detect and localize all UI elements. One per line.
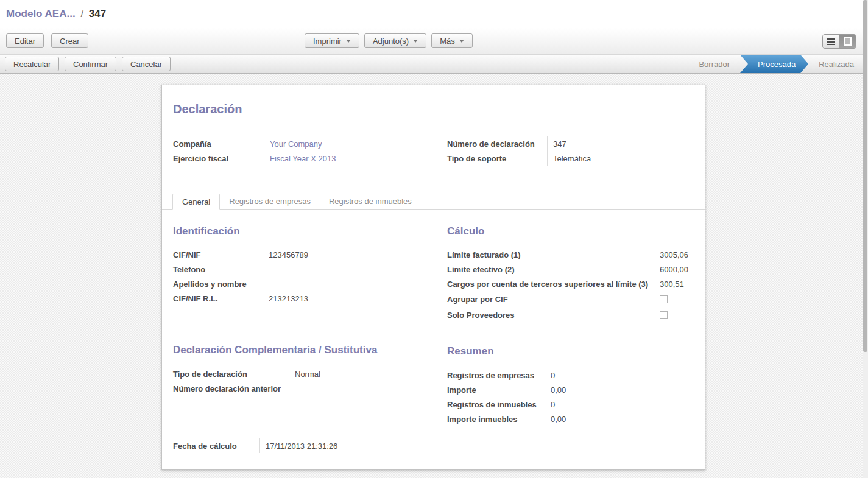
field-label: Registros de inmuebles <box>447 397 545 412</box>
field-label: Importe inmuebles <box>447 412 545 426</box>
content-area: Declaración Compañía Your Company Ejerci… <box>0 74 868 478</box>
state-borrador: Borrador <box>688 55 740 73</box>
field-label: CIF/NIF R.L. <box>173 291 263 306</box>
print-dropdown-button[interactable]: Imprimir <box>305 33 359 48</box>
breadcrumb: Modelo AEA... / 347 <box>6 8 106 20</box>
field-row: Importe inmuebles 0,00 <box>447 412 695 426</box>
fecha-calculo-value: 17/11/2013 21:31:26 <box>259 438 429 453</box>
status-bar: Recalcular Confirmar Cancelar Borrador P… <box>0 54 868 74</box>
company-link[interactable]: Your Company <box>264 136 429 151</box>
notebook-tabs: General Registros de empresas Registros … <box>162 194 705 210</box>
solo-proveedores-checkbox[interactable] <box>660 311 668 319</box>
breadcrumb-separator: / <box>76 8 89 19</box>
field-row: Apellidos y nombre <box>173 276 429 291</box>
form-icon <box>844 37 852 46</box>
numero-anterior-value <box>289 381 435 396</box>
header-fields-right: Número de declaración 347 Tipo de soport… <box>447 136 697 166</box>
field-row: Número declaración anterior <box>173 381 435 396</box>
field-row: CIF/NIF R.L. 213213213 <box>173 291 429 306</box>
cif-nif-rl-value: 213213213 <box>263 291 429 306</box>
page-title: Declaración <box>173 102 242 116</box>
field-row: Teléfono <box>173 262 429 276</box>
field-label: Límite facturado (1) <box>447 247 654 262</box>
section-title-complementaria: Declaración Complementaria / Sustitutiva <box>173 344 377 356</box>
breadcrumb-current: 347 <box>89 8 106 19</box>
list-icon <box>827 38 835 45</box>
header-fields-left: Compañía Your Company Ejercicio fiscal F… <box>173 136 429 166</box>
field-label: Teléfono <box>173 262 263 276</box>
field-row: Fecha de cálculo 17/11/2013 21:31:26 <box>173 438 429 453</box>
fiscal-year-link[interactable]: Fiscal Year X 2013 <box>264 151 429 166</box>
apellidos-value <box>263 276 429 291</box>
field-row: Tipo de soporte Telemática <box>447 151 697 166</box>
field-row: Ejercicio fiscal Fiscal Year X 2013 <box>173 151 429 166</box>
state-realizada: Realizada <box>808 55 864 73</box>
field-value-cell <box>654 291 695 307</box>
field-row: Registros de inmuebles 0 <box>447 397 695 412</box>
recalculate-button[interactable]: Recalcular <box>5 57 59 71</box>
form-view-button[interactable] <box>839 35 856 48</box>
cif-nif-value: 123456789 <box>263 247 429 262</box>
attachments-dropdown-button[interactable]: Adjunto(s) <box>364 33 426 48</box>
field-label: Registros de empresas <box>447 368 545 382</box>
attachments-label: Adjunto(s) <box>373 37 409 46</box>
limite-facturado-value: 3005,06 <box>654 247 695 262</box>
support-type-value: Telemática <box>547 151 697 166</box>
field-label: Número declaración anterior <box>173 381 289 396</box>
field-row: Registros de empresas 0 <box>447 368 695 382</box>
cancel-button[interactable]: Cancelar <box>122 57 171 71</box>
cargos-terceros-value: 300,51 <box>654 276 695 291</box>
more-label: Más <box>440 37 455 46</box>
field-row: Solo Proveedores <box>447 307 695 323</box>
field-label: Importe <box>447 382 545 397</box>
tab-general[interactable]: General <box>172 194 220 210</box>
limite-efectivo-value: 6000,00 <box>654 262 695 276</box>
field-label: Solo Proveedores <box>447 307 654 323</box>
section-title-identificacion: Identificación <box>173 225 240 237</box>
field-row: CIF/NIF 123456789 <box>173 247 429 262</box>
scrollbar-thumb[interactable] <box>863 0 867 352</box>
state-indicator: Borrador Procesada Realizada <box>688 55 864 73</box>
more-dropdown-button[interactable]: Más <box>431 33 473 48</box>
field-label: CIF/NIF <box>173 247 263 262</box>
field-row: Número de declaración 347 <box>447 136 697 151</box>
edit-button[interactable]: Editar <box>6 33 44 48</box>
agrupar-por-cif-checkbox[interactable] <box>660 295 668 303</box>
state-procesada-active: Procesada <box>740 55 808 73</box>
create-button[interactable]: Crear <box>51 33 88 48</box>
chevron-down-icon <box>346 40 351 43</box>
field-label: Fecha de cálculo <box>173 438 259 453</box>
registros-empresas-value: 0 <box>545 368 695 382</box>
declaration-number-value: 347 <box>547 136 697 151</box>
field-label: Compañía <box>173 136 264 151</box>
list-view-button[interactable] <box>823 35 839 48</box>
scrollbar[interactable] <box>863 0 868 478</box>
identificacion-fields: CIF/NIF 123456789 Teléfono Apellidos y n… <box>173 247 429 306</box>
screen: Modelo AEA... / 347 Editar Crear Imprimi… <box>0 0 868 478</box>
calculo-fields: Límite facturado (1) 3005,06 Límite efec… <box>447 247 695 323</box>
confirm-button[interactable]: Confirmar <box>65 57 116 71</box>
importe-value: 0,00 <box>545 382 695 397</box>
field-value-cell <box>654 307 695 323</box>
field-row: Compañía Your Company <box>173 136 429 151</box>
header: Modelo AEA... / 347 Editar Crear Imprimi… <box>0 0 868 54</box>
registros-inmuebles-value: 0 <box>545 397 695 412</box>
form-sheet: Declaración Compañía Your Company Ejerci… <box>161 85 705 470</box>
print-label: Imprimir <box>313 37 342 46</box>
field-label: Tipo de declaración <box>173 367 289 381</box>
tab-registros-empresas[interactable]: Registros de empresas <box>220 194 320 209</box>
chevron-down-icon <box>413 40 418 43</box>
field-label: Límite efectivo (2) <box>447 262 654 276</box>
field-row: Cargos por cuenta de terceros superiores… <box>447 276 695 291</box>
resumen-fields: Registros de empresas 0 Importe 0,00 Reg… <box>447 368 695 426</box>
field-row: Agrupar por CIF <box>447 291 695 307</box>
document-actions: Imprimir Adjunto(s) Más <box>305 33 473 48</box>
tab-registros-inmuebles[interactable]: Registros de inmuebles <box>320 194 421 209</box>
field-label: Tipo de soporte <box>447 151 547 166</box>
field-row: Importe 0,00 <box>447 382 695 397</box>
fecha-field: Fecha de cálculo 17/11/2013 21:31:26 <box>173 438 429 453</box>
field-label: Número de declaración <box>447 136 547 151</box>
field-label: Apellidos y nombre <box>173 276 263 291</box>
complementaria-fields: Tipo de declaración Normal Número declar… <box>173 367 435 396</box>
breadcrumb-parent-link[interactable]: Modelo AEA... <box>6 8 76 19</box>
